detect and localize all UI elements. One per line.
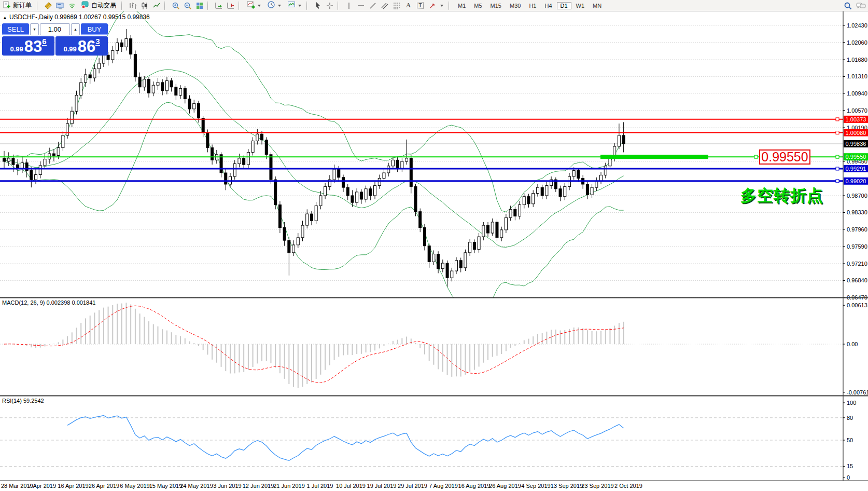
collapse-arrow-icon[interactable]: ▲ xyxy=(3,15,7,20)
text-label-tool-icon[interactable]: T xyxy=(414,1,426,11)
candle xyxy=(247,152,249,165)
text-tool-icon[interactable]: A xyxy=(402,1,414,11)
sell-price[interactable]: 0.99836 xyxy=(2,36,54,56)
chevron-down-icon xyxy=(440,5,443,7)
price-axis-label: 1.00570 xyxy=(847,107,867,114)
timeframe-button-m15[interactable]: M15 xyxy=(487,2,505,9)
timeframe-button-m30[interactable]: M30 xyxy=(506,2,524,9)
timeframe-button-d1[interactable]: D1 xyxy=(557,2,571,9)
zoom-in-icon[interactable] xyxy=(170,1,181,11)
templates-icon xyxy=(287,1,296,10)
candle xyxy=(161,83,164,91)
zoom-out-icon[interactable] xyxy=(181,1,193,11)
indicators-button[interactable] xyxy=(244,1,264,11)
candle xyxy=(595,181,598,187)
candle xyxy=(175,87,177,96)
volume-down-button[interactable]: ▼ xyxy=(30,23,39,35)
timeframe-button-h4[interactable]: H4 xyxy=(541,2,555,9)
vertical-line-tool-icon[interactable] xyxy=(343,1,355,11)
candle xyxy=(414,186,417,211)
pane-divider[interactable] xyxy=(0,297,868,298)
symbol-ohlc-text: USDCHF-,Daily 0.99669 1.00267 0.99515 0.… xyxy=(9,13,150,21)
clock-icon xyxy=(267,1,275,10)
shapes-tool-icon[interactable] xyxy=(426,1,446,11)
candle xyxy=(600,175,603,181)
bar-chart-icon[interactable] xyxy=(127,1,138,11)
highlighted-line-segment[interactable] xyxy=(600,155,708,159)
trendline-tool-icon[interactable] xyxy=(367,1,379,11)
sell-button[interactable]: SELL xyxy=(2,23,29,35)
candle xyxy=(428,246,430,262)
chart-shift-icon[interactable] xyxy=(225,1,236,11)
line-handle[interactable] xyxy=(836,155,839,158)
buy-button[interactable]: BUY xyxy=(81,23,108,35)
cursor-icon[interactable] xyxy=(312,1,324,11)
timeframe-button-mn[interactable]: MN xyxy=(589,2,605,9)
chat-icon[interactable] xyxy=(853,1,868,11)
crosshair-icon[interactable] xyxy=(324,1,335,11)
candle xyxy=(148,79,150,93)
timeframe-button-w1[interactable]: W1 xyxy=(572,2,589,9)
line-handle[interactable] xyxy=(836,167,839,170)
market-watch-icon[interactable] xyxy=(42,1,54,11)
candle xyxy=(93,69,96,78)
price-level-callout[interactable]: 0.99550 xyxy=(759,149,810,165)
fibonacci-tool-icon[interactable] xyxy=(390,1,402,11)
candle xyxy=(197,103,200,118)
toolbar-separator xyxy=(306,2,310,10)
candle xyxy=(62,135,64,148)
signals-icon[interactable] xyxy=(66,1,78,11)
timeframe-button-m5[interactable]: M5 xyxy=(470,2,485,9)
horizontal-line-tool-icon[interactable] xyxy=(355,1,367,11)
date-axis-label: 16 Apr 2019 xyxy=(58,483,88,489)
volume-input[interactable]: 1.00 xyxy=(40,23,70,35)
candle xyxy=(577,171,580,179)
line-handle[interactable] xyxy=(836,118,839,121)
volume-up-button[interactable]: ▲ xyxy=(71,23,80,35)
candle xyxy=(342,178,345,187)
line-chart-icon[interactable] xyxy=(150,1,162,11)
candle xyxy=(455,261,458,271)
tile-windows-icon[interactable] xyxy=(193,1,205,11)
candle xyxy=(451,271,453,278)
candle xyxy=(586,184,589,195)
candle xyxy=(423,227,426,246)
terminal-icon[interactable] xyxy=(54,1,66,11)
date-axis-label: 19 Jul 2019 xyxy=(367,483,397,489)
templates-button[interactable] xyxy=(284,1,304,11)
periods-button[interactable] xyxy=(264,1,284,11)
autotrading-button[interactable]: 自动交易 xyxy=(78,1,119,11)
timeframe-button-h1[interactable]: H1 xyxy=(525,2,540,9)
candle xyxy=(410,158,412,187)
candle xyxy=(383,173,385,179)
line-handle[interactable] xyxy=(836,180,839,183)
pane-divider[interactable] xyxy=(0,395,868,397)
auto-scroll-icon[interactable] xyxy=(213,1,225,11)
candle xyxy=(274,180,277,204)
new-order-button[interactable]: 新订单 xyxy=(0,1,35,11)
date-axis-label: 26 Aug 2019 xyxy=(489,483,521,489)
toolbar-separator xyxy=(37,2,40,10)
buy-price[interactable]: 0.99863 xyxy=(55,36,108,56)
search-icon[interactable] xyxy=(842,1,853,11)
candlestick-chart-icon[interactable] xyxy=(138,1,150,11)
candle xyxy=(17,165,19,168)
line-handle[interactable] xyxy=(754,155,758,158)
chart-title: ▲USDCHF-,Daily 0.99669 1.00267 0.99515 0… xyxy=(3,13,150,21)
rsi-axis-label: 15 xyxy=(847,463,853,469)
macd-axis-label: -0.007612 xyxy=(847,389,868,395)
candle xyxy=(378,179,381,186)
buy-price-pips: 86 xyxy=(78,39,95,54)
candle xyxy=(527,197,530,204)
candle xyxy=(338,169,340,178)
candle xyxy=(44,159,46,166)
candle xyxy=(505,217,507,230)
price-axis-label: 1.01310 xyxy=(847,73,867,79)
timeframe-button-m1[interactable]: M1 xyxy=(454,2,469,9)
candle xyxy=(66,124,69,135)
line-handle[interactable] xyxy=(836,131,839,134)
date-axis-label: 4 Sep 2019 xyxy=(521,483,550,489)
channel-tool-icon[interactable] xyxy=(379,1,390,11)
candle xyxy=(57,148,60,156)
chart-canvas[interactable]: 1.024301.020601.016801.013101.009401.005… xyxy=(0,0,868,491)
